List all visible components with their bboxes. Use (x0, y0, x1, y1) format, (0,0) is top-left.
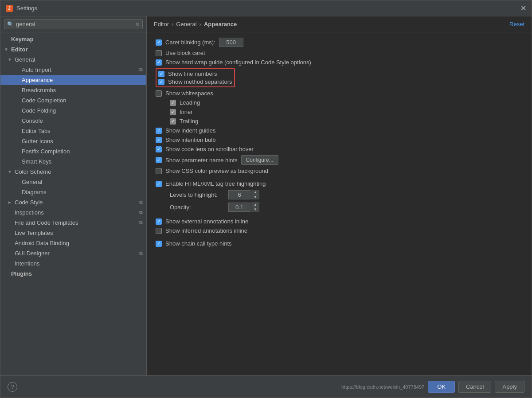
settings-content: Caret blinking (ms): Use block caret Sho… (147, 32, 532, 375)
sidebar-label-intentions: Intentions (15, 260, 39, 267)
show-method-separators-checkbox[interactable] (158, 79, 164, 85)
sidebar-label-smart-keys: Smart Keys (22, 158, 51, 165)
show-chain-call-checkbox[interactable] (156, 241, 162, 247)
help-button[interactable]: ? (8, 382, 17, 392)
app-icon: J (6, 5, 13, 12)
caret-blinking-checkbox[interactable] (156, 39, 162, 46)
copy-icon-auto-import: ⧉ (139, 67, 143, 73)
whitespace-inner-row: Inner (156, 109, 523, 115)
show-inferred-annotations-checkbox[interactable] (156, 228, 162, 234)
sidebar-item-keymap[interactable]: Keymap (0, 34, 146, 44)
sidebar: Keymap ▼ Editor ▼ General Au (0, 32, 147, 281)
show-css-color-checkbox[interactable] (156, 168, 162, 174)
levels-down-arrow[interactable]: ▼ (251, 195, 259, 199)
show-whitespaces-checkbox[interactable] (156, 90, 162, 97)
cancel-button[interactable]: Cancel (458, 381, 491, 393)
caret-blinking-input[interactable] (219, 38, 243, 47)
show-inferred-annotations-row: Show inferred annotations inline (156, 227, 523, 234)
levels-up-arrow[interactable]: ▲ (251, 190, 259, 195)
show-intention-bulb-checkbox[interactable] (156, 137, 162, 143)
opacity-input[interactable] (228, 203, 250, 212)
show-inferred-annotations-label: Show inferred annotations inline (165, 227, 247, 234)
footer-url: https://blog.csdn.net/weixin_40778497 (341, 384, 424, 390)
search-bar: 🔍 ✕ (0, 16, 146, 32)
sidebar-item-intentions[interactable]: Intentions (0, 258, 146, 269)
sidebar-item-code-style[interactable]: ► Code Style ⧉ (0, 197, 146, 207)
show-line-numbers-label: Show line numbers (168, 70, 217, 77)
sidebar-item-smart-keys[interactable]: Smart Keys (0, 156, 146, 167)
sidebar-item-plugins[interactable]: Plugins (0, 269, 146, 279)
whitespace-leading-label: Leading (180, 99, 200, 106)
sidebar-item-breadcrumbs[interactable]: Breadcrumbs (0, 85, 146, 95)
show-method-separators-label: Show method separators (168, 78, 232, 85)
show-chain-call-label: Show chain call type hints (165, 240, 232, 247)
show-indent-guides-checkbox[interactable] (156, 128, 162, 134)
opacity-spinner: ▲ ▼ (228, 202, 259, 212)
dialog-title: Settings (16, 5, 37, 12)
search-input[interactable] (16, 21, 135, 27)
sidebar-item-auto-import[interactable]: Auto Import ⧉ (0, 65, 146, 75)
sidebar-item-code-folding[interactable]: Code Folding (0, 105, 146, 116)
sidebar-label-inspections: Inspections (15, 209, 44, 216)
sidebar-item-general[interactable]: ▼ General (0, 55, 146, 65)
use-block-caret-row: Use block caret (156, 50, 523, 56)
expand-arrow-editor: ▼ (4, 47, 9, 52)
sidebar-item-editor-tabs[interactable]: Editor Tabs (0, 126, 146, 136)
sidebar-item-postfix-completion[interactable]: Postfix Completion (0, 146, 146, 156)
sidebar-item-editor[interactable]: ▼ Editor (0, 44, 146, 55)
sidebar-item-file-code-templates[interactable]: File and Code Templates ⧉ (0, 218, 146, 228)
opacity-up-arrow[interactable]: ▲ (251, 202, 259, 207)
levels-arrows: ▲ ▼ (251, 190, 259, 199)
show-param-hints-checkbox[interactable] (156, 157, 162, 163)
show-line-numbers-checkbox[interactable] (158, 71, 164, 77)
title-bar: J Settings ✕ (0, 0, 532, 16)
breadcrumb-path: Editor › General › Appearance (154, 21, 237, 27)
copy-icon-inspections: ⧉ (139, 210, 143, 215)
clear-search-icon[interactable]: ✕ (135, 21, 140, 27)
use-block-caret-checkbox[interactable] (156, 50, 162, 56)
show-hard-wrap-checkbox[interactable] (156, 59, 162, 66)
opacity-down-arrow[interactable]: ▼ (251, 207, 259, 212)
sidebar-label-appearance: Appearance (22, 77, 53, 83)
sidebar-label-color-general: General (22, 179, 42, 185)
expand-arrow-code-style: ► (8, 200, 13, 205)
show-css-color-row: Show CSS color preview as background (156, 168, 523, 174)
sidebar-item-live-templates[interactable]: Live Templates (0, 228, 146, 238)
configure-button[interactable]: Configure... (241, 155, 278, 165)
show-chain-call-row: Show chain call type hints (156, 240, 523, 247)
sidebar-item-diagrams[interactable]: Diagrams (0, 187, 146, 197)
whitespace-trailing-checkbox[interactable] (170, 118, 176, 125)
levels-input[interactable] (228, 190, 250, 199)
whitespace-trailing-row: Trailing (156, 118, 523, 125)
enable-html-highlight-checkbox[interactable] (156, 181, 162, 187)
apply-button[interactable]: Apply (495, 381, 524, 393)
show-whitespaces-row: Show whitespaces (156, 90, 523, 97)
sidebar-item-gui-designer[interactable]: GUI Designer ⧉ (0, 248, 146, 258)
breadcrumb-sep-1: › (172, 21, 173, 27)
breadcrumb-general[interactable]: General (176, 21, 196, 27)
title-bar-left: J Settings (6, 5, 37, 12)
caret-blinking-label: Caret blinking (ms): (165, 39, 215, 46)
sidebar-item-color-general[interactable]: General (0, 177, 146, 187)
whitespace-leading-checkbox[interactable] (170, 100, 176, 106)
sidebar-item-android-data-binding[interactable]: Android Data Binding (0, 238, 146, 248)
sidebar-label-auto-import: Auto Import (22, 66, 51, 73)
breadcrumb-editor[interactable]: Editor (154, 21, 169, 27)
sidebar-item-code-completion[interactable]: Code Completion (0, 95, 146, 105)
expand-arrow-general: ▼ (8, 57, 13, 62)
sidebar-label-console: Console (22, 117, 43, 124)
reset-button[interactable]: Reset (509, 21, 524, 27)
sidebar-item-appearance[interactable]: Appearance (0, 75, 146, 85)
footer: ? https://blog.csdn.net/weixin_40778497 … (0, 375, 532, 398)
show-code-lens-checkbox[interactable] (156, 146, 162, 152)
enable-html-highlight-label: Enable HTML/XML tag tree highlighting (165, 180, 266, 187)
whitespace-inner-checkbox[interactable] (170, 109, 176, 115)
sidebar-item-color-scheme[interactable]: ▼ Color Scheme (0, 167, 146, 177)
show-external-annotations-checkbox[interactable] (156, 219, 162, 225)
ok-button[interactable]: OK (428, 381, 455, 393)
sidebar-item-inspections[interactable]: Inspections ⧉ (0, 207, 146, 218)
close-button[interactable]: ✕ (520, 4, 526, 12)
sidebar-item-gutter-icons[interactable]: Gutter Icons (0, 136, 146, 146)
sidebar-item-console[interactable]: Console (0, 116, 146, 126)
show-param-hints-row: Show parameter name hints Configure... (156, 155, 523, 165)
